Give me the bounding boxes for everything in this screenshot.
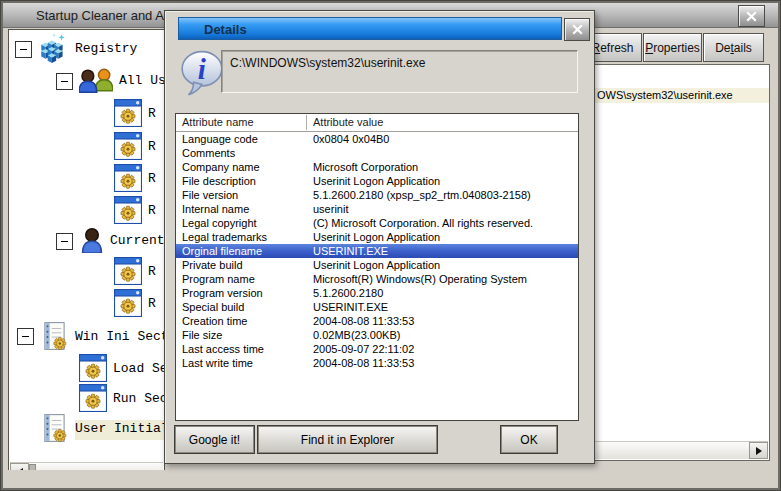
tree-item-current-user[interactable]: Current [80, 228, 165, 253]
attribute-value-cell: 0x0804 0x04B0 [313, 132, 389, 146]
details-button[interactable]: Details [703, 33, 764, 62]
attribute-name-cell: Legal copyright [182, 216, 257, 230]
file-list-item[interactable]: OWS\system32\userinit.exe [594, 88, 769, 103]
attribute-name-cell: Last access time [182, 342, 264, 356]
attribute-value-cell: Userinit Logon Application [313, 174, 440, 188]
dialog-titlebar[interactable]: Details [178, 17, 562, 40]
arrow-right-icon [756, 447, 762, 455]
google-it-button[interactable]: Google it! [174, 425, 255, 454]
attribute-value-cell: USERINIT.EXE [313, 300, 388, 314]
attribute-name-cell: Last write time [182, 356, 253, 370]
all-users-icon [79, 68, 113, 93]
attribute-value-cell: 2005-09-07 22:11:02 [313, 342, 414, 356]
attribute-name-cell: Orginal filename [182, 244, 262, 258]
attribute-table-header: Attribute name Attribute value [176, 114, 578, 132]
table-row[interactable]: Special buildUSERINIT.EXE [176, 300, 578, 314]
table-row[interactable]: Last access time2005-09-07 22:11:02 [176, 342, 578, 356]
list-horizontal-scrollbar[interactable] [595, 441, 768, 459]
attribute-name-cell: File size [182, 328, 222, 342]
tree-item-user-initialization[interactable]: User Initiali [41, 413, 165, 443]
tree-item-run-key[interactable]: R [114, 196, 156, 224]
run-key-icon [114, 132, 142, 160]
run-key-icon [114, 257, 142, 285]
column-header-attribute-value[interactable]: Attribute value [313, 116, 383, 128]
attribute-value-cell: 2004-08-08 11:33:53 [313, 314, 414, 328]
tree-item-registry[interactable]: Registry [37, 33, 137, 63]
info-icon: i [180, 49, 226, 99]
main-close-button[interactable] [738, 5, 765, 27]
attribute-value-cell: Userinit Logon Application [313, 258, 440, 272]
attribute-name-cell: Legal trademarks [182, 230, 267, 244]
table-row[interactable]: Comments [176, 146, 578, 160]
attribute-value-cell: 5.1.2600.2180 [313, 286, 383, 300]
find-in-explorer-button[interactable]: Find it in Explorer [257, 425, 438, 454]
attribute-name-cell: Creation time [182, 314, 247, 328]
run-key-icon [114, 196, 142, 224]
table-row[interactable]: Program nameMicrosoft(R) Windows(R) Oper… [176, 272, 578, 286]
table-row[interactable]: Legal trademarksUserinit Logon Applicati… [176, 230, 578, 244]
attribute-value-cell: USERINIT.EXE [313, 244, 388, 258]
ini-file-icon [41, 321, 69, 351]
attribute-table-body: Language code0x0804 0x04B0CommentsCompan… [176, 132, 578, 370]
table-row[interactable]: Language code0x0804 0x04B0 [176, 132, 578, 146]
attribute-name-cell: Special build [182, 300, 244, 314]
table-row[interactable]: Last write time2004-08-08 11:33:53 [176, 356, 578, 370]
table-row[interactable]: Private buildUserinit Logon Application [176, 258, 578, 272]
run-key-icon [114, 99, 142, 127]
table-row[interactable]: Company nameMicrosoft Corporation [176, 160, 578, 174]
startup-tree-panel: Registry All Use R R R R Current [8, 29, 165, 481]
file-path-box: C:\WINDOWS\system32\userinit.exe [221, 50, 578, 93]
tree-item-all-users[interactable]: All Use [79, 68, 165, 93]
ini-file-icon [41, 413, 69, 443]
table-row[interactable]: File descriptionUserinit Logon Applicati… [176, 174, 578, 188]
table-row[interactable]: Internal nameuserinit [176, 202, 578, 216]
attribute-value-cell: 0.02MB(23.00KB) [313, 328, 400, 342]
attribute-name-cell: Internal name [182, 202, 249, 216]
properties-button[interactable]: Properties [643, 33, 702, 62]
expand-toggle[interactable] [56, 73, 73, 90]
expand-toggle[interactable] [17, 328, 34, 345]
tree-item-run-key[interactable]: R [114, 164, 156, 192]
attribute-value-cell: Userinit Logon Application [313, 230, 440, 244]
scroll-right-button[interactable] [749, 442, 768, 459]
table-row[interactable]: Orginal filenameUSERINIT.EXE [176, 244, 578, 258]
column-divider[interactable] [306, 115, 307, 130]
attribute-value-cell: (C) Microsoft Corporation. All rights re… [313, 216, 533, 230]
table-row[interactable]: File size0.02MB(23.00KB) [176, 328, 578, 342]
attribute-value-cell: 5.1.2600.2180 (xpsp_sp2_rtm.040803-2158) [313, 188, 531, 202]
tree-item-run-key[interactable]: R [114, 99, 156, 127]
current-user-icon [80, 228, 104, 253]
table-row[interactable]: Creation time2004-08-08 11:33:53 [176, 314, 578, 328]
tree-item-run-key[interactable]: R [114, 132, 156, 160]
main-window-title: Startup Cleaner and A [36, 8, 164, 23]
details-dialog: Details i C:\WINDOWS\system32\userinit.e… [164, 10, 595, 464]
table-row[interactable]: Program version5.1.2600.2180 [176, 286, 578, 300]
attribute-name-cell: Language code [182, 132, 258, 146]
run-key-icon [114, 164, 142, 192]
attribute-value-cell: Microsoft Corporation [313, 160, 418, 174]
svg-text:i: i [198, 53, 206, 85]
expand-toggle[interactable] [15, 41, 32, 58]
attribute-name-cell: Private build [182, 258, 243, 272]
status-bar [3, 470, 778, 488]
tree-item-run-key[interactable]: R [114, 257, 156, 285]
run-key-icon [114, 289, 142, 317]
tree-item-run-section[interactable]: Run Sec [79, 384, 165, 412]
attribute-value-cell: userinit [313, 202, 348, 216]
registry-icon [37, 33, 69, 63]
expand-toggle[interactable] [56, 233, 73, 250]
ok-button[interactable]: OK [500, 425, 558, 454]
dialog-close-button[interactable] [564, 18, 590, 41]
tree-item-win-ini-section[interactable]: Win Ini Secti [41, 321, 165, 351]
attribute-name-cell: Program name [182, 272, 255, 286]
attribute-name-cell: Program version [182, 286, 263, 300]
attribute-name-cell: Comments [182, 146, 235, 160]
tree-item-run-key[interactable]: R [114, 289, 156, 317]
table-row[interactable]: File version5.1.2600.2180 (xpsp_sp2_rtm.… [176, 188, 578, 202]
attribute-value-cell: 2004-08-08 11:33:53 [313, 356, 414, 370]
tree-item-load-section[interactable]: Load Se [79, 354, 165, 382]
attribute-table: Attribute name Attribute value Language … [175, 113, 579, 421]
table-row[interactable]: Legal copyright(C) Microsoft Corporation… [176, 216, 578, 230]
column-header-attribute-name[interactable]: Attribute name [182, 116, 254, 128]
attribute-name-cell: File description [182, 174, 256, 188]
